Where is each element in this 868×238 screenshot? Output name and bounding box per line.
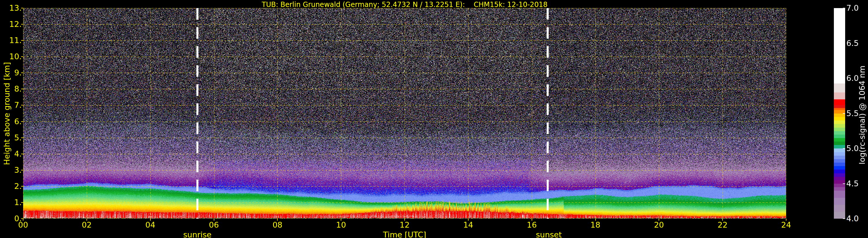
colorbar-tick-label: 7.0 (846, 4, 868, 12)
x-tick-label: 08 (265, 221, 290, 229)
x-tick-label: 02 (74, 221, 100, 229)
x-tick-label: 18 (583, 221, 609, 229)
x-tick-label: 10 (328, 221, 354, 229)
x-tick-label: 14 (455, 221, 481, 229)
x-tick-label: 16 (519, 221, 545, 229)
y-tick-label: 0. (1, 214, 22, 223)
x-axis-title: Time [UTC] (23, 230, 786, 238)
y-tick-label: 13. (1, 4, 22, 12)
sunrise-label: sunrise (168, 230, 226, 238)
x-tick-label: 12 (392, 221, 418, 229)
colorbar-tick (843, 43, 845, 44)
heatmap-canvas (23, 8, 786, 219)
page-title: TUB: Berlin Grunewald (Germany; 52.4732 … (23, 1, 786, 9)
colorbar-tick (843, 78, 845, 78)
colorbar-tick (843, 8, 845, 8)
colorbar-tick-label: 4.0 (846, 214, 868, 223)
x-tick-label: 22 (710, 221, 736, 229)
ceilometer-quicklook-window: TUB: Berlin Grunewald (Germany; 52.4732 … (0, 0, 868, 238)
colorbar-title: log(rc-signal) @ 1064 nm (858, 28, 867, 202)
x-tick-label: 20 (646, 221, 672, 229)
colorbar-tick (843, 183, 845, 184)
x-tick-label: 06 (201, 221, 227, 229)
y-axis-title: Height above ground [km] (2, 27, 11, 200)
colorbar-tick (843, 148, 845, 149)
colorbar-tick (843, 113, 845, 114)
x-tick-label: 24 (773, 221, 799, 229)
x-tick-label: 04 (137, 221, 163, 229)
colorbar-tick (843, 218, 845, 219)
sunset-label: sunset (520, 230, 578, 238)
